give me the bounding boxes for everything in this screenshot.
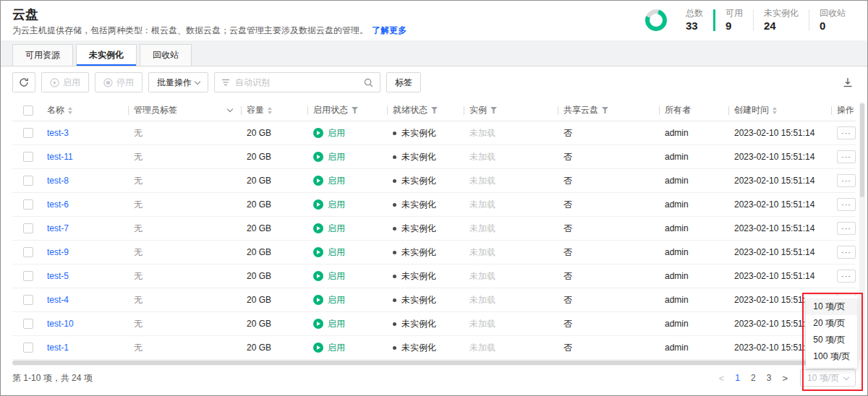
row-checkbox[interactable] (23, 176, 33, 186)
disk-name-link[interactable]: test-8 (47, 176, 69, 186)
row-actions-button[interactable]: ··· (837, 150, 856, 163)
disk-name-link[interactable]: test-10 (47, 319, 74, 329)
column-label-capacity: 容量 (247, 104, 264, 116)
row-checkbox[interactable] (23, 199, 33, 210)
column-header-name[interactable]: 名称 (41, 100, 128, 121)
column-header-created[interactable]: 创建时间 (728, 100, 831, 121)
admin-tag-cell: 无 (128, 127, 241, 139)
shared-cell: 否 (558, 151, 659, 163)
sort-icon[interactable] (773, 107, 777, 114)
batch-actions-button[interactable]: 批量操作 (148, 72, 208, 92)
column-header-enable-status[interactable]: 启用状态 (307, 100, 387, 121)
page-size-option-50[interactable]: 50 项/页 (806, 332, 857, 348)
owner-cell: admin (659, 295, 728, 305)
disk-name-link[interactable]: test-3 (47, 128, 69, 138)
tab-uninstantiated[interactable]: 未实例化 (76, 44, 137, 66)
row-checkbox[interactable] (23, 152, 33, 162)
row-checkbox[interactable] (23, 319, 33, 329)
admin-tag-cell: 无 (128, 246, 241, 259)
row-checkbox[interactable] (23, 247, 33, 257)
page-title: 云盘 (12, 7, 407, 22)
chevron-down-icon[interactable] (227, 106, 233, 112)
learn-more-link[interactable]: 了解更多 (372, 25, 407, 35)
row-checkbox-cell (12, 319, 41, 329)
vertical-scrollbar[interactable] (859, 102, 865, 361)
row-actions-button[interactable]: ··· (837, 246, 856, 259)
sort-icon[interactable] (268, 107, 272, 114)
instance-cell: 未加载 (464, 246, 558, 259)
page-header: 云盘 为云主机提供存储，包括两种类型：根云盘、数据云盘；云盘管理主要涉及数据云盘… (1, 1, 867, 40)
filter-funnel-icon[interactable] (490, 107, 497, 113)
row-checkbox[interactable] (23, 343, 33, 353)
disk-name-link[interactable]: test-7 (47, 223, 69, 233)
stats-summary: 总数 33 可用 9 未实例化 24 回收站 0 (645, 8, 856, 32)
owner-cell: admin (659, 319, 728, 329)
filter-funnel-icon[interactable] (431, 107, 438, 113)
page-size-option-100[interactable]: 100 项/页 (806, 348, 857, 365)
disk-usage-donut-chart (645, 9, 667, 31)
column-header-instance[interactable]: 实例 (464, 100, 558, 121)
column-header-capacity[interactable]: 容量 (241, 100, 307, 121)
name-cell: test-7 (41, 223, 128, 233)
column-header-admin-tag[interactable]: 管理员标签 (128, 100, 241, 121)
page-size-option-20[interactable]: 20 项/页 (806, 315, 857, 332)
row-checkbox[interactable] (23, 128, 33, 138)
prev-page-button[interactable]: < (719, 373, 725, 384)
disk-name-link[interactable]: test-6 (47, 199, 69, 210)
search-icon[interactable] (364, 78, 373, 87)
disk-name-link[interactable]: test-5 (47, 271, 69, 281)
disk-name-link[interactable]: test-11 (47, 152, 73, 162)
ready-status-cell: 未实例化 (387, 199, 464, 211)
row-actions-button[interactable]: ··· (837, 126, 856, 139)
disk-name-link[interactable]: test-4 (47, 295, 69, 305)
column-header-ready-status[interactable]: 就绪状态 (387, 100, 464, 121)
next-page-button[interactable]: > (782, 373, 788, 384)
status-dot-icon (393, 322, 396, 326)
row-actions-button[interactable]: ··· (837, 222, 856, 235)
sort-icon[interactable] (68, 107, 72, 114)
column-label-enable-status: 启用状态 (313, 104, 348, 116)
row-actions-button[interactable]: ··· (837, 198, 856, 211)
disable-button[interactable]: 停用 (95, 72, 142, 92)
row-checkbox[interactable] (23, 223, 33, 233)
vertical-scrollbar-thumb[interactable] (860, 103, 864, 197)
disk-name-link[interactable]: test-9 (47, 247, 69, 257)
enabled-badge-icon (313, 223, 323, 233)
enable-button[interactable]: 启用 (41, 72, 89, 92)
tab-recycle-bin[interactable]: 回收站 (140, 44, 192, 66)
page-number-1[interactable]: 1 (735, 373, 740, 383)
search-box[interactable] (214, 72, 380, 92)
stat-recycle-bin-label: 回收站 (820, 8, 846, 18)
filter-funnel-icon[interactable] (602, 107, 608, 113)
horizontal-scrollbar-thumb[interactable] (12, 361, 822, 365)
export-button[interactable] (840, 74, 856, 90)
owner-cell: admin (659, 271, 728, 281)
stat-available-label: 可用 (726, 8, 743, 18)
row-actions-button[interactable]: ··· (837, 270, 856, 283)
capacity-cell: 20 GB (241, 271, 307, 281)
ready-status-cell: 未实例化 (387, 127, 464, 139)
tab-available-resources[interactable]: 可用资源 (12, 44, 73, 66)
horizontal-scrollbar[interactable] (12, 360, 856, 366)
enable-status-cell: 启用 (307, 270, 387, 283)
enabled-badge-icon (313, 295, 323, 305)
column-header-shared-disk[interactable]: 共享云盘 (558, 100, 659, 121)
select-all-checkbox[interactable] (23, 106, 33, 116)
row-checkbox[interactable] (23, 295, 33, 305)
page-size-option-10[interactable]: 10 项/页 (806, 298, 857, 315)
refresh-button[interactable] (12, 72, 35, 92)
page-number-3[interactable]: 3 (767, 373, 772, 383)
filter-funnel-icon[interactable] (352, 107, 358, 113)
tag-button[interactable]: 标签 (386, 72, 421, 92)
page-size-select[interactable]: 10 项/页 (800, 369, 856, 387)
search-input[interactable] (235, 77, 359, 87)
instance-cell: 未加载 (464, 151, 558, 163)
table-row: test-5 无 20 GB 启用 未实例化 未加载 否 admin 2023-… (12, 264, 856, 288)
tab-bar: 可用资源 未实例化 回收站 (1, 40, 867, 66)
row-checkbox[interactable] (23, 271, 33, 281)
status-dot-icon (393, 132, 396, 135)
page-number-2[interactable]: 2 (751, 373, 756, 383)
row-actions-button[interactable]: ··· (837, 174, 856, 187)
stat-total-label: 总数 (686, 8, 703, 18)
disk-name-link[interactable]: test-1 (47, 343, 69, 353)
